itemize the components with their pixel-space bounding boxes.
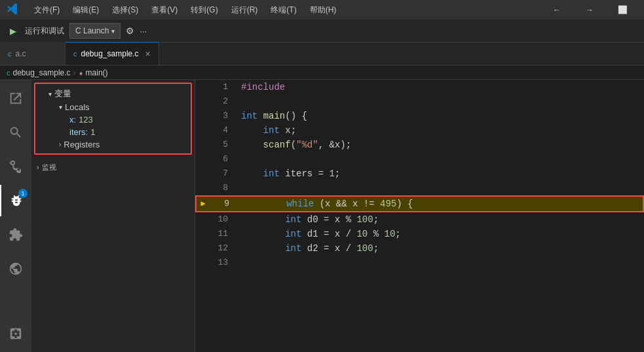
line-content-13: [235, 256, 644, 270]
code-line-11: 11 int d1 = x / 10 % 10;: [195, 227, 644, 241]
menu-file[interactable]: 文件(F): [29, 3, 65, 17]
registers-group[interactable]: › Registers: [35, 138, 191, 151]
gear-icon[interactable]: ⚙: [126, 26, 134, 36]
menu-run[interactable]: 运行(R): [226, 3, 263, 17]
launch-config-dropdown[interactable]: C Launch ▾: [69, 23, 121, 39]
code-line-12: 12 int d2 = x / 100;: [195, 241, 644, 256]
vscode-logo-icon: [7, 3, 18, 17]
line-num-7: 7: [208, 166, 235, 181]
line-num-1: 1: [208, 80, 235, 94]
line-content-8: [235, 181, 644, 195]
tab-a-c[interactable]: c a.c: [0, 42, 66, 65]
tab-close-button[interactable]: ×: [145, 49, 151, 59]
local-var-x[interactable]: x: 123: [35, 113, 191, 126]
launch-config-label: C Launch: [75, 26, 109, 35]
line-num-12: 12: [208, 241, 235, 256]
breadcrumb: c debug_sample.c › ⬧ main(): [0, 66, 644, 80]
code-line-5: 5 scanf("%d", &x);: [195, 138, 644, 152]
chevron-down-icon: ▾: [111, 28, 115, 35]
c-file-icon-active: c: [73, 50, 77, 58]
diamond-icon: ⬧: [79, 68, 83, 77]
breadcrumb-file[interactable]: debug_sample.c: [13, 68, 71, 77]
code-line-9: ▶ 9 while (x && x != 495) {: [195, 195, 644, 212]
activity-settings[interactable]: [0, 318, 31, 349]
expand-locals-icon: ▾: [59, 104, 62, 111]
window-controls: ← → ⬜: [542, 0, 637, 20]
variables-highlight-box: ▾ 变量 ▾ Locals x: 123 iters: 1 › Regist: [34, 83, 192, 155]
line-num-2: 2: [208, 94, 235, 109]
activity-explorer[interactable]: [0, 83, 31, 114]
line-content-6: [235, 152, 644, 166]
code-line-10: 10 int d0 = x % 100;: [195, 212, 644, 227]
line-content-10: int d0 = x % 100;: [235, 212, 644, 227]
c-breadcrumb-icon: c: [7, 69, 10, 77]
debug-play-icon[interactable]: ▶: [7, 24, 20, 37]
activity-source-control[interactable]: [0, 151, 31, 182]
code-line-13: 13: [195, 256, 644, 270]
line-content-2: [235, 94, 644, 109]
line-num-6: 6: [208, 152, 235, 166]
locals-label: Locals: [65, 102, 90, 112]
line-content-12: int d2 = x / 100;: [235, 241, 644, 256]
locals-group[interactable]: ▾ Locals: [35, 101, 191, 113]
editor-area: 1 #include 2 3 int main() { 4 int x;: [195, 80, 644, 352]
line-num-8: 8: [208, 181, 235, 195]
local-var-iters[interactable]: iters: 1: [35, 126, 191, 138]
line-num-4: 4: [208, 123, 235, 138]
breadcrumb-function[interactable]: main(): [86, 68, 108, 77]
code-line-2: 2: [195, 94, 644, 109]
expand-variables-icon: ▾: [48, 90, 52, 98]
variables-section: ▾ 变量 ▾ Locals x: 123 iters: 1 › Regist: [35, 84, 191, 153]
variables-label: 变量: [54, 88, 71, 100]
menu-terminal[interactable]: 终端(T): [265, 3, 301, 17]
line-content-11: int d1 = x / 10 % 10;: [235, 227, 644, 241]
c-file-icon: c: [8, 50, 12, 58]
watch-header[interactable]: › 监视: [31, 160, 195, 175]
expand-registers-icon: ›: [59, 141, 61, 148]
activity-remote[interactable]: [0, 253, 31, 284]
breadcrumb-separator: ›: [73, 68, 76, 77]
activity-bar: 1: [0, 80, 31, 352]
menu-goto[interactable]: 转到(G): [185, 3, 223, 17]
line-content-4: int x;: [235, 123, 644, 138]
var-name-x: x:: [69, 115, 76, 125]
menu-view[interactable]: 查看(V): [146, 3, 183, 17]
line-num-11: 11: [208, 227, 235, 241]
line-content-3: int main() {: [235, 109, 644, 123]
code-editor[interactable]: 1 #include 2 3 int main() { 4 int x;: [195, 80, 644, 270]
registers-label: Registers: [64, 140, 100, 149]
code-line-6: 6: [195, 152, 644, 166]
menu-help[interactable]: 帮助(H): [305, 3, 342, 17]
line-content-7: int iters = 1;: [235, 166, 644, 181]
menu-edit[interactable]: 编辑(E): [67, 3, 104, 17]
debug-sidebar: ▾ 变量 ▾ Locals x: 123 iters: 1 › Regist: [31, 80, 195, 352]
activity-search[interactable]: [0, 117, 31, 148]
window-maximize-button[interactable]: ⬜: [607, 0, 637, 20]
menu-select[interactable]: 选择(S): [107, 3, 143, 17]
line-content-9: while (x && x != 495) {: [236, 197, 643, 211]
tab-debug-sample-label: debug_sample.c: [81, 49, 139, 58]
debug-badge: 1: [18, 189, 28, 198]
back-button[interactable]: ←: [542, 0, 572, 20]
forward-button[interactable]: →: [575, 0, 605, 20]
tabs-bar: c a.c c debug_sample.c ×: [0, 43, 644, 66]
line-num-3: 3: [208, 109, 235, 123]
title-bar: 文件(F) 编辑(E) 选择(S) 查看(V) 转到(G) 运行(R) 终端(T…: [0, 0, 644, 20]
code-line-8: 8: [195, 181, 644, 195]
tab-debug-sample-c[interactable]: c debug_sample.c ×: [66, 42, 159, 65]
line-num-5: 5: [208, 138, 235, 152]
activity-debug[interactable]: 1: [0, 185, 31, 216]
activity-extensions[interactable]: [0, 219, 31, 250]
code-line-1: 1 #include: [195, 80, 644, 94]
code-line-3: 3 int main() {: [195, 109, 644, 123]
variables-header[interactable]: ▾ 变量: [35, 87, 191, 101]
debug-toolbar-label: 运行和调试: [25, 26, 64, 37]
var-name-iters: iters:: [69, 127, 88, 137]
line-num-10: 10: [208, 212, 235, 227]
line-num-13: 13: [208, 256, 235, 270]
var-value-x: 123: [79, 115, 93, 125]
debug-arrow-9: ▶: [197, 197, 210, 211]
line-num-9: 9: [210, 197, 236, 211]
more-options-icon[interactable]: ···: [140, 26, 147, 36]
menu-bar: 文件(F) 编辑(E) 选择(S) 查看(V) 转到(G) 运行(R) 终端(T…: [29, 3, 341, 17]
